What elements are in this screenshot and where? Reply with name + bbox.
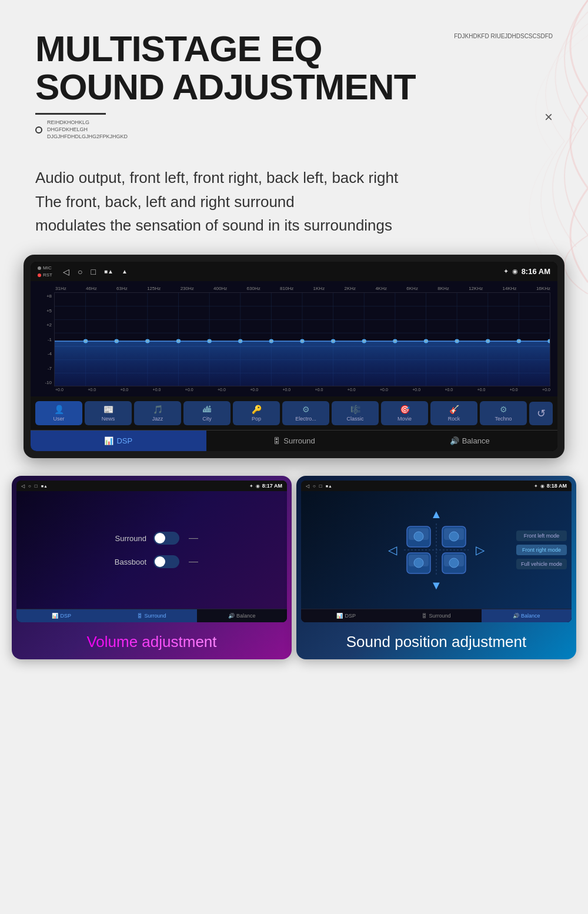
preset-jazz-btn[interactable]: 🎵 Jazz [134,401,181,425]
preset-user-btn[interactable]: 👤 User [35,401,82,425]
preset-techno-btn[interactable]: ⚙ Techno [480,401,527,425]
right-bt-icon: ✦ [534,483,538,489]
balance-options: Front left mode Front right mode Full ve… [516,531,567,569]
right-surround-icon: 🎛 [422,613,427,619]
left-home-icon[interactable]: ○ [28,483,31,489]
left-card-label: Volume adjustment [12,627,292,659]
bassboot-toggle[interactable] [153,555,179,568]
right-tab-balance[interactable]: 🔊 Balance [482,609,572,622]
svg-point-30 [362,339,366,343]
eq-bottom-values: +0.0 +0.0 +0.0 +0.0 +0.0 +0.0 +0.0 +0.0 … [38,386,550,394]
bassboot-row: Bassboot — [105,555,198,568]
subtitle-dot [35,126,42,134]
left-recents-icon[interactable]: □ [35,483,38,489]
eq-freq-labels: 31Hz 46Hz 63Hz 125Hz 230Hz 400Hz 630Hz 8… [38,286,550,292]
location-icon: ◉ [512,268,518,275]
preset-city-btn[interactable]: 🏙 City [183,401,230,425]
electro-icon: ⚙ [302,405,310,414]
preset-classic-btn[interactable]: 🎼 Classic [332,401,379,425]
left-loc-icon: ◉ [256,483,260,489]
tab-dsp[interactable]: 📊 DSP [31,431,206,451]
balance-left-arrow[interactable]: ◁ [388,543,397,557]
device-inner: MIC RST ◁ ○ □ ■▲ ▲ ✦ ◉ 8:16 AM [31,262,557,451]
left-bt-icon: ✦ [249,483,253,489]
recents-nav-icon[interactable]: □ [91,267,95,276]
right-recents-icon[interactable]: □ [319,483,322,489]
preset-news-btn[interactable]: 📰 News [85,401,132,425]
surround-toggle[interactable] [153,532,179,545]
bassboot-knob [155,556,165,567]
left-tab-balance[interactable]: 🔊 Balance [197,609,287,622]
reset-button[interactable]: ↺ [529,402,553,425]
extra-nav-icon[interactable]: ■▲ [104,268,113,275]
right-status-time: 8:18 AM [547,483,567,489]
svg-point-23 [146,339,149,343]
svg-point-34 [486,339,490,343]
svg-point-35 [517,339,520,343]
bassboot-minus[interactable]: — [189,556,198,567]
subtitle-row: REIHDKHOHKLG DHGFDKHELGH DJGJHFDHDLGJHG2… [35,119,553,140]
svg-point-36 [548,339,550,343]
left-surround-label: Surround [144,613,166,619]
right-screen-mini: ◁ ○ □ ■▲ ✦ ◉ 8:18 AM ▲ ◁ [301,481,572,622]
left-dsp-icon: 📊 [52,613,58,619]
right-card-label-text: Sound position adjustment [346,633,526,651]
svg-point-27 [269,339,273,343]
front-left-mode-btn[interactable]: Front left mode [516,531,567,541]
preset-electro-btn[interactable]: ⚙ Electro... [282,401,329,425]
rst-indicator: RST [38,272,52,278]
svg-point-39 [414,532,423,541]
car-seats-diagram [404,523,469,576]
right-dsp-label: DSP [345,613,356,619]
close-button[interactable]: × [544,109,553,125]
svg-point-22 [115,339,118,343]
balance-middle-row: ◁ [388,523,485,576]
eq-grid[interactable] [54,292,550,386]
description-text: Audio output, front left, front right, b… [35,166,553,237]
main-bottom-tabs: 📊 DSP 🎛 Surround 🔊 Balance [31,430,557,451]
reset-icon: ↺ [537,407,546,420]
news-icon: 📰 [103,405,113,414]
eq-db-labels: +8 +5 +2 -1 -4 -7 -10 [38,292,54,386]
techno-icon: ⚙ [500,405,507,414]
preset-news-label: News [102,416,115,422]
right-tab-surround[interactable]: 🎛 Surround [391,609,481,622]
bottom-screens: ◁ ○ □ ■▲ ✦ ◉ 8:17 AM Surround — [12,476,576,659]
left-back-icon[interactable]: ◁ [21,483,25,489]
home-nav-icon[interactable]: ○ [78,267,82,276]
preset-rock-label: Rock [448,416,460,422]
surround-row: Surround — [105,532,198,545]
full-vehicle-mode-btn[interactable]: Full vehicle mode [516,559,567,569]
front-right-mode-btn[interactable]: Front right mode [516,545,567,555]
svg-point-25 [208,339,211,343]
dsp-icon: 📊 [104,436,113,445]
svg-point-31 [393,339,397,343]
left-tab-dsp[interactable]: 📊 DSP [16,609,106,622]
nav-icons: ◁ ○ □ ■▲ ▲ [57,267,499,276]
main-title: MULTISTAGE EQ SOUND ADJUSTMENT [35,29,553,106]
right-loc-icon: ◉ [540,483,544,489]
preset-rock-btn[interactable]: 🎸 Rock [430,401,477,425]
tab-balance[interactable]: 🔊 Balance [382,431,557,451]
balance-right-arrow[interactable]: ▷ [476,543,485,557]
main-status-time: 8:16 AM [522,267,550,276]
surround-knob [155,533,165,543]
balance-up-arrow[interactable]: ▲ [430,508,442,521]
left-status-right: ✦ ◉ 8:17 AM [249,483,282,489]
back-nav-icon[interactable]: ◁ [63,267,69,276]
left-mini-status-bar: ◁ ○ □ ■▲ ✦ ◉ 8:17 AM [16,481,287,491]
surround-minus[interactable]: — [189,533,198,543]
right-mini-status-bar: ◁ ○ □ ■▲ ✦ ◉ 8:18 AM [301,481,572,491]
balance-down-arrow[interactable]: ▼ [430,579,442,592]
preset-movie-btn[interactable]: 🎯 Movie [381,401,428,425]
right-back-icon[interactable]: ◁ [306,483,309,489]
right-tab-dsp[interactable]: 📊 DSP [301,609,391,622]
preset-pop-label: Pop [252,416,261,422]
tab-surround[interactable]: 🎛 Surround [206,431,382,451]
warning-nav-icon: ▲ [122,268,128,275]
left-tab-surround[interactable]: 🎛 Surround [106,609,196,622]
svg-point-42 [449,532,459,541]
preset-pop-btn[interactable]: 🔑 Pop [233,401,280,425]
bluetooth-icon: ✦ [503,268,509,275]
right-home-icon[interactable]: ○ [313,483,316,489]
